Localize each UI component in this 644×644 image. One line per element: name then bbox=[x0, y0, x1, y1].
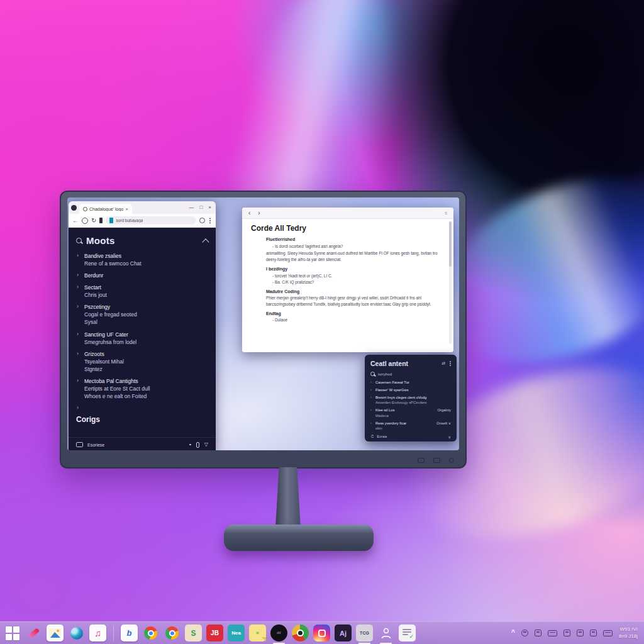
item-line: Chris jout bbox=[84, 291, 208, 299]
panel-item[interactable]: Klee sd Los Madena Orgalniy bbox=[370, 408, 451, 418]
instagram-icon[interactable] bbox=[313, 625, 330, 641]
monitor-button-icon[interactable] bbox=[433, 458, 440, 463]
files-icon[interactable]: b bbox=[121, 625, 138, 641]
chrome-icon[interactable] bbox=[142, 625, 159, 641]
monitor-power-icon[interactable] bbox=[449, 458, 454, 463]
brush-icon[interactable] bbox=[25, 625, 42, 641]
section-bullet: Is dordi ocorbed 'lagirfred asri angela? bbox=[272, 243, 442, 250]
list-item[interactable]: Pszcetingy Cogal e fregad seoted Sysal bbox=[76, 303, 208, 326]
list-item[interactable]: Sectart Chris jout bbox=[76, 284, 208, 299]
panel-search[interactable]: turryhod bbox=[370, 372, 451, 376]
list-item[interactable]: Grizoots Tsyealsont Mihal Stgntez bbox=[76, 350, 208, 373]
address-bar[interactable]: sord bubayaga bbox=[106, 216, 196, 225]
tasks-icon[interactable]: ✓ bbox=[399, 625, 416, 641]
document-section: Fluetlerrished Is dordi ocorbed 'lagirfr… bbox=[266, 237, 442, 263]
doc-corner-mark: s bbox=[445, 211, 448, 215]
doc-back-icon[interactable]: ‹ bbox=[248, 210, 250, 216]
panel-item[interactable]: Flasser' W spwrGws bbox=[370, 387, 451, 392]
swap-arrows-icon[interactable]: ⇄ bbox=[441, 361, 445, 366]
list-item[interactable]: Berdunr bbox=[76, 272, 208, 279]
browser-tab[interactable]: Chadalogue' logo × bbox=[79, 204, 132, 214]
item-line: Berdunr bbox=[84, 272, 208, 279]
monitor-stand-neck bbox=[275, 467, 301, 528]
camera-icon[interactable] bbox=[292, 625, 309, 641]
sidebar-header[interactable]: Moots bbox=[76, 235, 208, 246]
item-line: Stgntez bbox=[84, 365, 208, 373]
panel-item-label: Flasser' W spwrGws bbox=[375, 387, 409, 392]
back-icon[interactable]: ← bbox=[72, 218, 79, 224]
security-tray-icon[interactable] bbox=[577, 630, 584, 636]
clock-tray-icon[interactable] bbox=[521, 630, 528, 636]
close-button[interactable]: × bbox=[208, 205, 211, 210]
chrome-icon[interactable] bbox=[164, 625, 180, 641]
nea-icon[interactable]: Nea bbox=[228, 625, 245, 641]
doc-forward-icon[interactable]: › bbox=[258, 210, 260, 216]
document-section: Endtag Dulaoe bbox=[266, 311, 442, 323]
sidebar-footer: Esoriese ▽ bbox=[69, 437, 216, 450]
kebab-menu-icon[interactable] bbox=[450, 363, 451, 364]
panel-footer[interactable]: Č Exraa ∨ bbox=[370, 435, 451, 439]
list-item[interactable]: Mectoba Pal Cantights Eertipts at Eore S… bbox=[76, 377, 208, 400]
panel-item-value: Orgalniy bbox=[435, 408, 451, 418]
disc-icon[interactable]: ılıl bbox=[270, 625, 287, 641]
bird-icon[interactable] bbox=[68, 625, 85, 641]
window-controls: — □ × bbox=[189, 205, 213, 210]
start-icon[interactable] bbox=[4, 625, 21, 641]
panel-item-label: Ress yverdvry ficar bbox=[375, 421, 406, 426]
browser-tab-bar: Chadalogue' logo × — □ × bbox=[69, 201, 216, 214]
tray-expand-icon[interactable]: ^ bbox=[511, 629, 515, 636]
footer-label: Esoriese bbox=[87, 443, 104, 447]
reload-icon[interactable] bbox=[82, 218, 88, 224]
panel-item[interactable]: Ress yverdvry ficar sktn Onseft ∨ bbox=[370, 421, 451, 431]
panel-item-sub: sktn bbox=[375, 426, 406, 431]
scrollbar-thumb[interactable] bbox=[449, 221, 452, 267]
chevron-up-icon[interactable] bbox=[202, 238, 209, 245]
display-tray-icon[interactable] bbox=[603, 630, 613, 636]
chevron-down-icon[interactable]: ▽ bbox=[204, 442, 208, 447]
parking-tray-icon[interactable] bbox=[590, 630, 597, 636]
settings-tray-icon[interactable] bbox=[535, 630, 541, 636]
panel-item-value: Onseft ∨ bbox=[434, 421, 451, 431]
keyboard-icon[interactable] bbox=[76, 442, 83, 447]
panel-footer-label: Exraa bbox=[377, 435, 387, 439]
list-item[interactable]: Bandive zsalies Rene of a swmcoo Chat bbox=[76, 252, 208, 267]
item-line: Tsyealsont Mihal bbox=[84, 358, 208, 365]
chevron-down-icon[interactable]: ∨ bbox=[448, 435, 451, 439]
phone-icon[interactable] bbox=[196, 442, 199, 448]
monitor-control-buttons bbox=[418, 458, 454, 463]
list-item[interactable]: Sancting UF Cater Smegruhsa from lodel bbox=[76, 331, 208, 346]
chat-content-panel: Ceatl antent ⇄ turryhod Cavemen Faveal T… bbox=[365, 355, 457, 441]
maximize-button[interactable]: □ bbox=[199, 205, 203, 210]
extension-icon[interactable] bbox=[99, 218, 103, 223]
profile-avatar[interactable] bbox=[199, 218, 205, 223]
panel-item[interactable]: Cavemen Faveal Tur bbox=[370, 380, 451, 385]
music-icon[interactable]: ♫ bbox=[89, 625, 106, 641]
panel-item-sub: Madena bbox=[375, 413, 394, 418]
person-icon[interactable] bbox=[377, 625, 394, 641]
photos-icon[interactable] bbox=[47, 625, 64, 641]
panel-item-label: Cavemen Faveal Tur bbox=[375, 380, 409, 385]
minimize-button[interactable]: — bbox=[189, 205, 194, 210]
tcg-icon[interactable]: TCG bbox=[356, 625, 373, 641]
panel-item-sub: Asverden Endvsogy sPCsvdere bbox=[375, 400, 427, 405]
section-paragraph: Phier merjan grreakrip't herry dB-I hing… bbox=[266, 295, 442, 308]
jb-icon[interactable]: JB bbox=[206, 625, 223, 641]
panel-header: Ceatl antent ⇄ bbox=[370, 360, 451, 367]
taskbar-clock[interactable]: W93 IVI 8n9 J18j bbox=[619, 626, 638, 640]
keyboard-tray-icon[interactable] bbox=[548, 630, 557, 636]
adobe-ai-icon[interactable]: Aj bbox=[335, 625, 352, 641]
document-toolbar: ‹ › s bbox=[242, 208, 453, 219]
panel-item[interactable]: Bresrrt lmys cleges clent oVodg Asverden… bbox=[370, 395, 451, 405]
monitor-button-icon[interactable] bbox=[418, 458, 425, 463]
search-icon bbox=[76, 238, 82, 243]
sidebar-title: Moots bbox=[86, 235, 115, 246]
taskbar: ♫ b S JB Nea ≈ ılıl Aj TCG ✓ ^ W93 IVI 8… bbox=[0, 621, 644, 644]
panel-item-label: Bresrrt lmys cleges clent oVodg bbox=[375, 395, 427, 400]
section-heading: Endtag bbox=[266, 311, 442, 316]
chat-tray-icon[interactable] bbox=[564, 630, 570, 636]
tab-close-icon[interactable]: × bbox=[125, 206, 128, 212]
refresh-icon[interactable]: ↻ bbox=[91, 218, 96, 224]
sticky-notes-icon[interactable]: ≈ bbox=[249, 625, 266, 641]
menu-kebab-icon[interactable] bbox=[209, 220, 211, 221]
clipboard-icon[interactable]: S bbox=[185, 625, 202, 641]
